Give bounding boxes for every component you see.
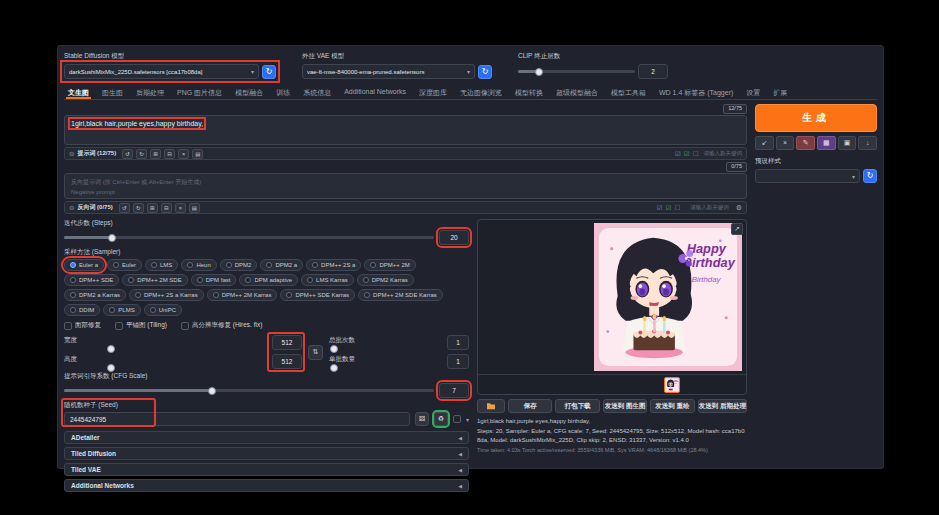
tab[interactable]: 超级模型融合 bbox=[554, 86, 600, 99]
action-button[interactable]: 发送到 后期处理 bbox=[698, 399, 747, 413]
steps-slider[interactable] bbox=[64, 236, 434, 239]
sampler-option[interactable]: DPM2 Karras bbox=[357, 274, 414, 286]
gear-icon[interactable]: ⚙ bbox=[736, 204, 742, 212]
thumbnail[interactable] bbox=[664, 377, 680, 393]
generated-image[interactable]: Happy Birthday Birthday bbox=[594, 223, 742, 371]
sampler-option[interactable]: DPM++ 2M SDE bbox=[122, 274, 187, 286]
tab[interactable]: 系统信息 bbox=[301, 86, 333, 99]
refresh-styles-icon[interactable]: ↻ bbox=[863, 169, 877, 183]
swap-dimensions-icon[interactable]: ⇅ bbox=[308, 345, 323, 360]
tab[interactable]: PNG 图片信息 bbox=[175, 86, 224, 99]
reuse-seed-icon[interactable]: ♻ bbox=[434, 412, 448, 426]
fullscreen-icon[interactable]: ↗ bbox=[731, 223, 743, 235]
negative-prompt-input[interactable]: 反向提示词 (按 Ctrl+Enter 或 Alt+Enter 开始生成) Ne… bbox=[64, 173, 747, 199]
extra-seed-checkbox[interactable] bbox=[453, 415, 461, 423]
cfg-slider[interactable] bbox=[64, 389, 434, 392]
vae-select[interactable]: vae-ft-mse-840000-ema-pruned.safetensors… bbox=[302, 64, 475, 79]
tab[interactable]: 模型融合 bbox=[233, 86, 265, 99]
batch-count-value[interactable]: 1 bbox=[447, 335, 469, 350]
styles-select[interactable]: ▾ bbox=[755, 169, 860, 183]
clip-skip-slider[interactable] bbox=[518, 70, 635, 73]
sampler-option[interactable]: DDIM bbox=[64, 304, 100, 316]
width-value[interactable]: 512 bbox=[272, 335, 302, 350]
action-button[interactable]: 发送到 图生图 bbox=[603, 399, 647, 413]
redo-icon[interactable]: ↻ bbox=[136, 149, 147, 159]
collapse-icon[interactable]: ⊖ bbox=[69, 150, 74, 158]
tab[interactable]: 无边图像浏览 bbox=[458, 86, 504, 99]
translate-toggle-icon[interactable]: ☑ bbox=[657, 204, 663, 212]
sampler-option[interactable]: Heun bbox=[181, 259, 216, 271]
remove-keyword-icon[interactable]: ⊟ bbox=[161, 203, 172, 213]
sd-model-select[interactable]: darkSushiMixMix_225D.safetensors [cca17b… bbox=[64, 64, 259, 79]
clip-skip-value[interactable]: 2 bbox=[638, 64, 668, 79]
tab[interactable]: 后期处理 bbox=[134, 86, 166, 99]
translate-toggle-icon[interactable]: ☑ bbox=[675, 150, 681, 158]
sampler-option[interactable]: DPM adaptive bbox=[239, 274, 298, 286]
sampler-option[interactable]: DPM++ 2S a bbox=[306, 259, 361, 271]
save-style-icon[interactable]: ▣ bbox=[838, 136, 857, 150]
tab[interactable]: 扩展 bbox=[771, 86, 789, 99]
accordion[interactable]: Tiled VAE ◀ bbox=[64, 463, 469, 476]
feature-toggle[interactable]: 面部修复 bbox=[64, 321, 101, 330]
sampler-option[interactable]: DPM2 a bbox=[260, 259, 303, 271]
sampler-option[interactable]: DPM fast bbox=[191, 274, 237, 286]
sampler-option[interactable]: Euler bbox=[107, 259, 142, 271]
sampler-option[interactable]: Euler a bbox=[64, 259, 104, 271]
add-keyword-icon[interactable]: ⊞ bbox=[150, 149, 161, 159]
seed-input[interactable]: 2445424795 bbox=[64, 412, 410, 426]
cfg-value[interactable]: 7 bbox=[439, 383, 469, 398]
action-button[interactable]: 发送到 重绘 bbox=[650, 399, 694, 413]
prompt-input[interactable]: 1girl,black hair,purple eyes,happy birth… bbox=[64, 115, 747, 145]
tab[interactable]: 图生图 bbox=[100, 86, 125, 99]
undo-icon[interactable]: ↺ bbox=[122, 149, 133, 159]
keyword-list-icon[interactable]: ▤ bbox=[189, 203, 200, 213]
redo-icon[interactable]: ↻ bbox=[133, 203, 144, 213]
extra-toggle-icon[interactable]: ☐ bbox=[693, 150, 699, 158]
apply-styles-icon[interactable]: ✎ bbox=[796, 136, 815, 150]
sampler-option[interactable]: DPM2 a Karras bbox=[64, 289, 126, 301]
tab[interactable]: WD 1.4 标签器 (Tagger) bbox=[657, 86, 735, 99]
tab[interactable]: 文生图 bbox=[66, 86, 91, 99]
sampler-option[interactable]: LMS Karras bbox=[301, 274, 354, 286]
tab[interactable]: 深度图库 bbox=[417, 86, 449, 99]
clear-prompt-icon[interactable]: × bbox=[776, 136, 795, 150]
action-button[interactable]: 打包下载 bbox=[555, 399, 599, 413]
tab[interactable]: Additional Networks bbox=[342, 86, 408, 99]
clear-keywords-icon[interactable]: × bbox=[175, 203, 186, 213]
tab[interactable]: 模型转换 bbox=[513, 86, 545, 99]
generate-button[interactable]: 生成 bbox=[755, 104, 877, 132]
paste-params-icon[interactable]: ↙ bbox=[755, 136, 774, 150]
add-keyword-icon[interactable]: ⊞ bbox=[147, 203, 158, 213]
sampler-option[interactable]: DPM++ SDE bbox=[64, 274, 119, 286]
tab[interactable]: 训练 bbox=[274, 86, 292, 99]
steps-value[interactable]: 20 bbox=[439, 230, 469, 245]
extra-networks-icon[interactable]: ▦ bbox=[817, 136, 836, 150]
sampler-option[interactable]: DPM++ 2S a Karras bbox=[129, 289, 204, 301]
accordion[interactable]: ADetailer ◀ bbox=[64, 431, 469, 444]
accordion[interactable]: Additional Networks ◀ bbox=[64, 479, 469, 492]
clear-keywords-icon[interactable]: × bbox=[178, 149, 189, 159]
keyword-input[interactable]: 请输入新关键词 bbox=[704, 150, 743, 157]
sampler-option[interactable]: DPM++ 2M SDE Karras bbox=[358, 289, 443, 301]
keyword-input-hint[interactable]: 请输入新关键词 bbox=[690, 204, 729, 211]
extra-toggle-icon[interactable]: ☐ bbox=[674, 204, 680, 212]
sampler-option[interactable]: DPM2 bbox=[220, 259, 258, 271]
download-icon[interactable]: ↓ bbox=[858, 136, 877, 150]
tab[interactable]: 设置 bbox=[744, 86, 762, 99]
undo-icon[interactable]: ↺ bbox=[119, 203, 130, 213]
keyword-list-icon[interactable]: ▤ bbox=[192, 149, 203, 159]
remove-keyword-icon[interactable]: ⊟ bbox=[164, 149, 175, 159]
feature-toggle[interactable]: 高分辨率修复 (Hires. fix) bbox=[181, 321, 262, 330]
random-seed-icon[interactable]: ⚄ bbox=[415, 412, 429, 426]
accordion[interactable]: Tiled Diffusion ◀ bbox=[64, 447, 469, 460]
sampler-option[interactable]: UniPC bbox=[144, 304, 182, 316]
sampler-option[interactable]: DPM++ 2M bbox=[364, 259, 415, 271]
refresh-models-icon[interactable]: ↻ bbox=[262, 65, 276, 79]
sampler-option[interactable]: DPM++ 2M Karras bbox=[207, 289, 278, 301]
action-button[interactable]: 保存 bbox=[508, 399, 552, 413]
autocomplete-toggle-icon[interactable]: ☑ bbox=[666, 204, 672, 212]
sampler-option[interactable]: LMS bbox=[145, 259, 178, 271]
height-value[interactable]: 512 bbox=[272, 354, 302, 369]
autocomplete-toggle-icon[interactable]: ☑ bbox=[684, 150, 690, 158]
batch-size-value[interactable]: 1 bbox=[447, 354, 469, 369]
